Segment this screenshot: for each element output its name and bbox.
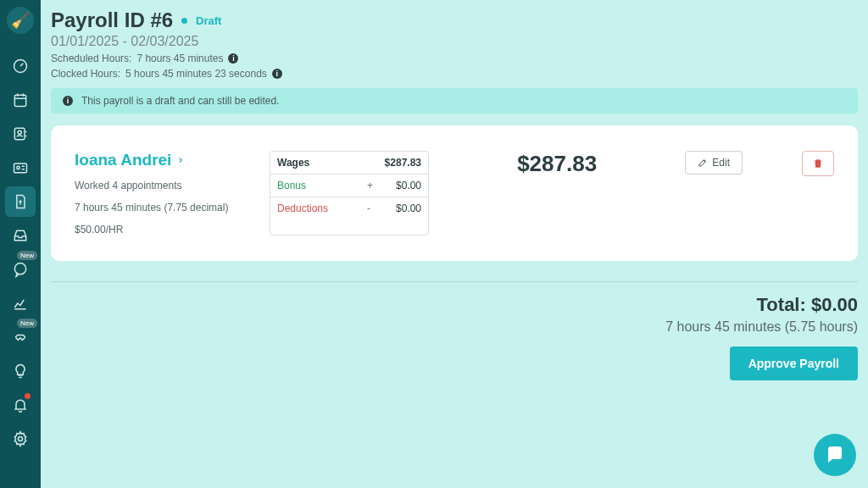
trash-icon [812,158,824,169]
employee-name-link[interactable]: Ioana Andrei [75,151,244,169]
calendar-icon [12,92,29,108]
svg-point-5 [17,166,19,169]
sidebar: 🧹 New New [0,0,41,488]
info-icon[interactable]: i [228,53,238,64]
nav-settings[interactable] [5,424,36,454]
gear-icon [12,430,29,447]
grand-total: Total: $0.00 [51,294,858,316]
nav-conversations[interactable]: New [5,254,36,285]
nav-employees[interactable] [5,152,36,183]
nav-inbox[interactable] [5,220,36,251]
page-title: Payroll ID #6 [51,8,173,32]
deductions-label: Deductions [270,197,367,219]
clocked-hours: Clocked Hours: 5 hours 45 minutes 23 sec… [51,68,858,80]
nav-payroll[interactable] [5,186,36,217]
chart-icon [12,295,29,312]
notification-dot [25,393,31,399]
chevron-right-icon [176,156,185,164]
svg-point-3 [18,130,21,134]
chat-bubble-icon [12,261,29,278]
nav-ideas[interactable] [5,356,36,386]
svg-rect-4 [14,164,27,173]
nav-clients[interactable] [5,119,36,149]
status-dot [181,18,187,24]
id-card-icon [12,159,29,176]
wages-label: Wages [270,152,367,174]
app-logo[interactable]: 🧹 [7,7,34,34]
chat-fab[interactable] [814,434,856,476]
date-range: 01/01/2025 - 02/03/2025 [51,34,858,49]
svg-point-7 [19,437,23,441]
new-badge: New [17,251,37,260]
svg-rect-1 [14,95,25,106]
info-icon: i [63,96,73,106]
deductions-value: $0.00 [377,197,428,219]
bonus-value: $0.00 [377,175,428,197]
wages-value: $287.83 [377,152,428,174]
new-badge-2: New [17,319,37,328]
nav-reports[interactable] [5,288,36,319]
appointments-count: Worked 4 appointments [75,180,244,191]
lightbulb-icon [12,363,29,380]
approve-payroll-button[interactable]: Approve Payroll [730,347,858,380]
edit-icon [698,158,708,168]
wage-breakdown-table: Wages $287.83 Bonus + $0.00 Deductions -… [270,151,429,236]
employee-total: $287.83 [517,151,597,236]
handshake-icon [12,329,29,346]
hours-worked: 7 hours 45 minutes (7.75 decimal) [75,202,244,214]
scheduled-hours: Scheduled Hours: 7 hours 45 minutes i [51,53,858,64]
contact-icon [12,125,29,142]
divider [51,281,858,282]
hourly-rate: $50.00/HR [75,224,244,236]
chat-icon [825,445,845,465]
bonus-label: Bonus [270,175,367,197]
nav-partnerships[interactable]: New [5,322,36,352]
total-hours: 7 hours 45 minutes (5.75 hours) [51,319,858,335]
nav-calendar[interactable] [5,85,36,115]
gauge-icon [12,58,29,75]
status-badge: Draft [196,14,221,27]
info-icon[interactable]: i [272,69,282,79]
bell-icon [12,396,29,413]
invoice-icon [12,193,29,210]
delete-button[interactable] [802,151,834,176]
inbox-icon [12,227,29,244]
nav-dashboard[interactable] [5,51,36,81]
employee-card: Ioana Andrei Worked 4 appointments 7 hou… [51,125,858,261]
main-content: Payroll ID #6 Draft 01/01/2025 - 02/03/2… [41,0,868,488]
edit-button[interactable]: Edit [685,151,743,175]
nav-notifications[interactable] [5,390,36,420]
draft-alert: i This payroll is a draft and can still … [51,88,858,114]
